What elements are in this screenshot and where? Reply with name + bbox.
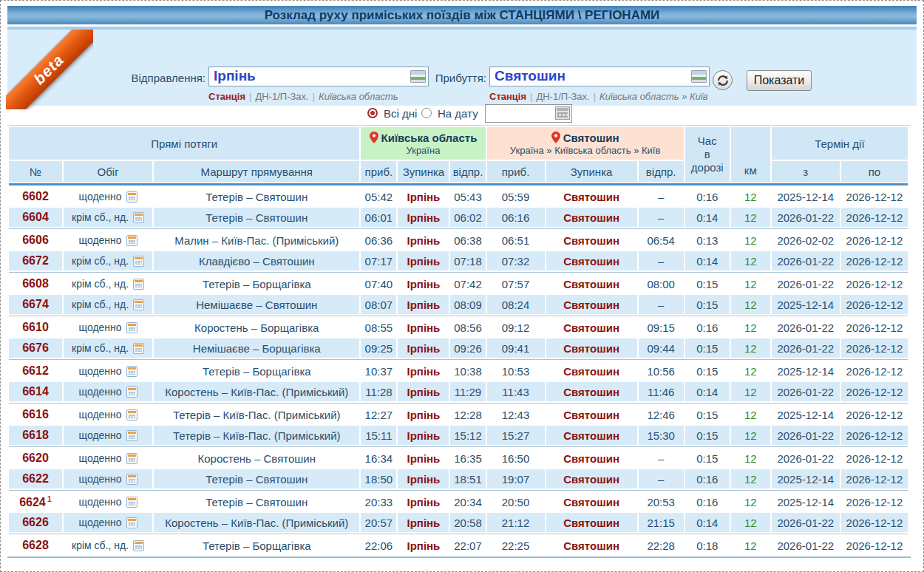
- calendar-icon[interactable]: [126, 322, 137, 333]
- route: Тетерів – Святошин: [154, 492, 359, 511]
- col-header-departure-2: відпр.: [639, 161, 684, 182]
- travel-duration: 0:16: [685, 469, 730, 488]
- departure-time-1: 10:38: [450, 361, 485, 381]
- distance-km: 12: [731, 208, 770, 227]
- distance-km: 12: [731, 513, 770, 532]
- to-division: ДН-1/П-Зах.: [536, 91, 589, 102]
- train-number[interactable]: 6604: [22, 211, 49, 223]
- valid-from-date: 2026-01-22: [772, 382, 840, 401]
- train-number[interactable]: 6618: [22, 429, 49, 441]
- train-number[interactable]: 6616: [22, 408, 49, 421]
- train-number[interactable]: 6624: [19, 496, 46, 508]
- to-input[interactable]: [490, 67, 687, 86]
- valid-to-date: 2026-12-12: [841, 426, 908, 445]
- arrival-time-2: 08:24: [487, 295, 545, 314]
- table-row: 6620 щоденно Коростень – Святошин 16:34 …: [9, 449, 908, 468]
- train-number[interactable]: 6672: [22, 254, 49, 267]
- departure-time-2: –: [639, 449, 684, 468]
- show-button[interactable]: Показати: [747, 70, 812, 91]
- calendar-icon[interactable]: [133, 279, 144, 290]
- calendar-icon[interactable]: [126, 453, 137, 464]
- train-number[interactable]: 6676: [22, 341, 49, 354]
- train-number[interactable]: 6620: [22, 452, 49, 464]
- arrival-time-2: 19:07: [487, 469, 545, 488]
- train-number[interactable]: 6674: [22, 298, 49, 310]
- calendar-icon[interactable]: [126, 409, 137, 421]
- calendar-icon[interactable]: [126, 430, 137, 441]
- to-input-box: [489, 67, 710, 86]
- to-type: Станція: [489, 91, 526, 102]
- train-number[interactable]: 6626: [22, 516, 49, 528]
- stop-name-1: Ірпінь: [398, 405, 449, 424]
- table-row: 6626 щоденно Коростень – Київ-Пас. (Прим…: [9, 513, 908, 532]
- travel-duration: 0:13: [685, 231, 730, 250]
- train-number[interactable]: 6622: [22, 472, 49, 485]
- all-days-label[interactable]: Всі дні: [384, 107, 417, 120]
- route: Тетерів – Київ-Пас. (Приміський): [154, 426, 359, 445]
- train-number[interactable]: 6608: [22, 277, 49, 290]
- calendar-icon[interactable]: [126, 517, 137, 528]
- valid-from-date: 2026-01-22: [772, 449, 840, 468]
- stop-name-1: Ірпінь: [398, 426, 449, 445]
- all-days-radio[interactable]: [367, 108, 378, 118]
- on-date-label[interactable]: На дату: [438, 107, 478, 120]
- calendar-icon[interactable]: [133, 343, 144, 354]
- calendar-icon[interactable]: [133, 256, 144, 267]
- calendar-icon[interactable]: [126, 474, 137, 485]
- days-of-operation: крім сб., нд.: [72, 539, 129, 551]
- station-picker-icon[interactable]: [410, 70, 426, 83]
- date-input[interactable]: [486, 105, 552, 122]
- valid-to-date: 2026-12-12: [841, 231, 908, 250]
- stop-name-1: Ірпінь: [398, 469, 449, 488]
- meta-separator: |: [594, 91, 596, 102]
- train-number[interactable]: 6628: [22, 539, 49, 551]
- arrival-time-1: 05:42: [361, 187, 396, 206]
- arrival-time-2: 16:50: [487, 449, 545, 468]
- departure-time-1: 11:29: [450, 382, 485, 401]
- stop-name-2: Святошин: [546, 295, 637, 314]
- schedule-table: Прямі потяги Київська область Україна Св…: [7, 126, 909, 556]
- travel-duration: 0:15: [685, 295, 730, 314]
- date-input-box: [485, 104, 572, 123]
- arrival-time-1: 06:36: [361, 231, 396, 250]
- calendar-icon[interactable]: [126, 191, 137, 202]
- departure-time-2: 20:53: [639, 492, 684, 511]
- train-number[interactable]: 6606: [22, 234, 49, 246]
- calendar-icon[interactable]: [126, 387, 137, 398]
- date-calendar-icon[interactable]: [555, 106, 570, 120]
- departure-time-2: 11:46: [639, 382, 684, 401]
- travel-duration: 0:15: [685, 426, 730, 445]
- on-date-radio[interactable]: [421, 108, 432, 118]
- arrival-time-1: 20:33: [361, 492, 396, 511]
- from-input[interactable]: [209, 67, 406, 86]
- days-of-operation: щоденно: [79, 473, 122, 485]
- train-number[interactable]: 6610: [22, 321, 49, 333]
- calendar-icon[interactable]: [126, 497, 137, 508]
- days-of-operation: щоденно: [79, 452, 122, 464]
- stop-name-1: Ірпінь: [398, 295, 449, 314]
- distance-km: 12: [731, 405, 770, 424]
- route: Тетерів – Борщагівка: [154, 361, 359, 381]
- from-point-name: Київська область: [381, 132, 478, 144]
- title-bar: Розклад руху приміських поїздів між СТАН…: [7, 6, 917, 25]
- departure-time-2: 15:30: [639, 426, 684, 445]
- arrival-time-1: 09:25: [361, 338, 396, 358]
- route: Тетерів – Святошин: [154, 469, 359, 488]
- table-row: 6612 щоденно Тетерів – Борщагівка 10:37 …: [9, 361, 908, 381]
- location-pin-icon: [551, 132, 560, 143]
- stop-name-2: Святошин: [546, 405, 637, 424]
- train-number[interactable]: 6602: [22, 190, 49, 202]
- row-group-separator: [9, 534, 908, 534]
- station-picker-icon[interactable]: [691, 70, 707, 83]
- calendar-icon[interactable]: [126, 366, 137, 377]
- swap-stations-button[interactable]: [713, 70, 733, 90]
- calendar-icon[interactable]: [133, 540, 144, 551]
- stop-name-1: Ірпінь: [398, 231, 449, 250]
- departure-time-1: 18:51: [450, 469, 485, 488]
- departure-time-2: 08:00: [639, 274, 684, 293]
- calendar-icon[interactable]: [126, 235, 137, 246]
- calendar-icon[interactable]: [133, 299, 144, 310]
- train-number[interactable]: 6612: [22, 364, 49, 377]
- calendar-icon[interactable]: [133, 212, 144, 223]
- train-number[interactable]: 6614: [22, 385, 49, 398]
